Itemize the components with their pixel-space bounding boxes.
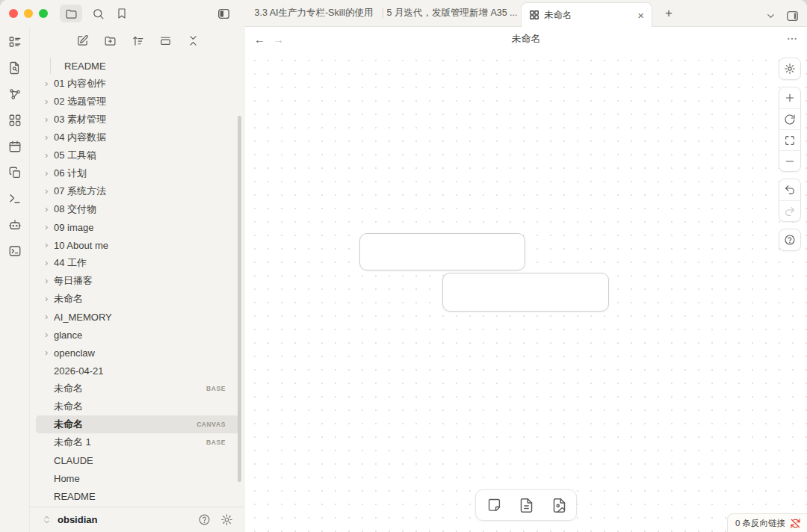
tree-folder[interactable]: ›07 系统方法	[36, 182, 239, 200]
tree-folder[interactable]: ›44 工作	[36, 254, 239, 272]
reset-zoom-icon[interactable]	[779, 108, 800, 129]
folder-collapse-chevron-icon[interactable]: ›	[45, 308, 54, 326]
folder-collapse-chevron-icon[interactable]: ›	[45, 164, 54, 182]
tree-folder[interactable]: ›openclaw	[36, 344, 239, 362]
view-header: 未命名 ← →	[245, 27, 807, 51]
minimize-window-button[interactable]	[24, 9, 33, 18]
tree-item-label: 未命名	[54, 292, 83, 306]
canvas-help-icon[interactable]	[779, 229, 800, 250]
zoom-window-button[interactable]	[39, 9, 48, 18]
layout-grid-icon[interactable]	[5, 111, 25, 129]
settings-icon[interactable]	[218, 512, 235, 528]
zoom-out-icon[interactable]	[779, 150, 800, 171]
folder-collapse-chevron-icon[interactable]: ›	[45, 129, 54, 146]
canvas-settings-icon[interactable]	[779, 58, 800, 79]
tree-file[interactable]: 未命名	[36, 398, 239, 415]
new-note-icon[interactable]	[73, 31, 91, 49]
copy-files-icon[interactable]	[5, 164, 25, 182]
folder-collapse-chevron-icon[interactable]: ›	[45, 290, 54, 308]
terminal-icon[interactable]	[5, 190, 25, 208]
tree-file[interactable]: CLAUDE	[36, 451, 239, 469]
tree-folder[interactable]: ›06 计划	[36, 164, 239, 182]
tree-folder[interactable]: ›05 工具箱	[36, 146, 239, 164]
terminal-square-icon[interactable]	[5, 242, 25, 260]
tab-label: 未命名	[544, 9, 631, 22]
tab-3-active[interactable]: 未命名 ×	[521, 2, 652, 27]
close-window-button[interactable]	[9, 9, 18, 18]
folder-collapse-chevron-icon[interactable]: ›	[45, 218, 54, 236]
tree-folder[interactable]: ›08 交付物	[36, 200, 239, 218]
undo-icon[interactable]	[779, 179, 800, 200]
bot-icon[interactable]	[5, 216, 25, 234]
folder-collapse-chevron-icon[interactable]: ›	[45, 344, 54, 362]
zoom-in-icon[interactable]	[779, 87, 800, 108]
sync-error-icon[interactable]	[790, 518, 801, 529]
vault-switcher-icon[interactable]	[42, 515, 52, 525]
tree-file[interactable]: 未命名 1BASE	[36, 433, 239, 451]
tree-file[interactable]: README	[36, 487, 239, 505]
tree-folder[interactable]: ›04 内容数据	[36, 129, 239, 146]
calendar-icon[interactable]	[5, 137, 25, 155]
tree-folder[interactable]: ›01 内容创作	[36, 75, 239, 93]
bookmark-icon	[116, 7, 128, 19]
toggle-right-sidebar-button[interactable]	[785, 9, 800, 23]
tree-folder[interactable]: ›03 素材管理	[36, 111, 239, 129]
file-search-icon[interactable]	[5, 59, 25, 77]
sort-order-icon[interactable]	[129, 31, 146, 49]
auto-reveal-icon[interactable]	[156, 31, 174, 49]
quick-search-button[interactable]	[88, 4, 108, 22]
backlinks-status[interactable]: 0 条反向链接	[727, 513, 807, 532]
graph-view-icon[interactable]	[5, 85, 25, 103]
vault-name[interactable]: obsidian	[58, 514, 97, 525]
tab-list-dropdown-icon[interactable]	[765, 10, 776, 22]
vault-folder-button[interactable]	[60, 4, 82, 22]
explorer-toolbar	[30, 27, 245, 54]
tree-folder[interactable]: ›09 image	[36, 218, 239, 236]
add-media-icon[interactable]	[549, 495, 569, 515]
help-icon[interactable]	[196, 512, 212, 528]
main-pane: 未命名 ← →	[245, 27, 807, 532]
tree-item-label: 07 系统方法	[54, 185, 106, 198]
folder-collapse-chevron-icon[interactable]: ›	[45, 146, 54, 164]
tree-folder[interactable]: ›未命名	[36, 290, 239, 308]
folder-collapse-chevron-icon[interactable]: ›	[45, 75, 54, 93]
new-tab-button[interactable]: +	[658, 3, 679, 24]
zoom-to-fit-icon[interactable]	[779, 129, 800, 150]
tree-folder[interactable]: ›AI_MEMORY	[36, 308, 239, 326]
explorer-scrollbar[interactable]	[238, 116, 241, 482]
tree-folder[interactable]: ›10 About me	[36, 236, 239, 254]
left-sidebar: README›01 内容创作›02 选题管理›03 素材管理›04 内容数据›0…	[0, 27, 245, 532]
canvas-card[interactable]	[442, 273, 609, 312]
folder-collapse-chevron-icon[interactable]: ›	[45, 111, 54, 129]
folder-collapse-chevron-icon[interactable]: ›	[45, 326, 54, 344]
new-folder-icon[interactable]	[101, 31, 119, 49]
tab-2[interactable]: 5 月迭代，发版管理新增 A35 ...	[383, 0, 521, 26]
collapse-all-icon[interactable]	[184, 31, 202, 49]
folder-collapse-chevron-icon[interactable]: ›	[45, 236, 54, 254]
bookmarks-button[interactable]	[112, 4, 132, 22]
tree-file[interactable]: 未命名CANVAS	[36, 415, 239, 433]
tab-1[interactable]: 3.3 AI生产力专栏-Skill的使用	[245, 0, 383, 26]
more-options-icon[interactable]	[786, 33, 798, 45]
tree-file[interactable]: 2026-04-21	[36, 362, 239, 380]
indent-guide	[50, 58, 51, 74]
tree-folder[interactable]: ›02 选题管理	[36, 93, 239, 111]
folder-collapse-chevron-icon[interactable]: ›	[45, 200, 54, 218]
tree-folder[interactable]: ›glance	[36, 326, 239, 344]
layout-list-icon[interactable]	[5, 33, 25, 51]
add-note-icon[interactable]	[516, 495, 536, 515]
close-tab-icon[interactable]: ×	[636, 10, 646, 21]
tree-file[interactable]: 未命名BASE	[36, 380, 239, 398]
canvas-card[interactable]	[359, 233, 525, 270]
folder-collapse-chevron-icon[interactable]: ›	[45, 93, 54, 111]
tree-folder[interactable]: ›每日播客	[36, 272, 239, 290]
tree-file[interactable]: Home	[36, 469, 239, 487]
view-title: 未命名	[245, 32, 807, 46]
folder-collapse-chevron-icon[interactable]: ›	[45, 254, 54, 272]
folder-collapse-chevron-icon[interactable]: ›	[45, 272, 54, 290]
add-card-icon[interactable]	[483, 495, 503, 515]
toggle-left-sidebar-button[interactable]	[214, 4, 233, 22]
tree-file[interactable]: README	[36, 57, 239, 75]
folder-collapse-chevron-icon[interactable]: ›	[45, 182, 54, 200]
canvas-surface[interactable]: 0 条反向链接	[245, 51, 807, 532]
